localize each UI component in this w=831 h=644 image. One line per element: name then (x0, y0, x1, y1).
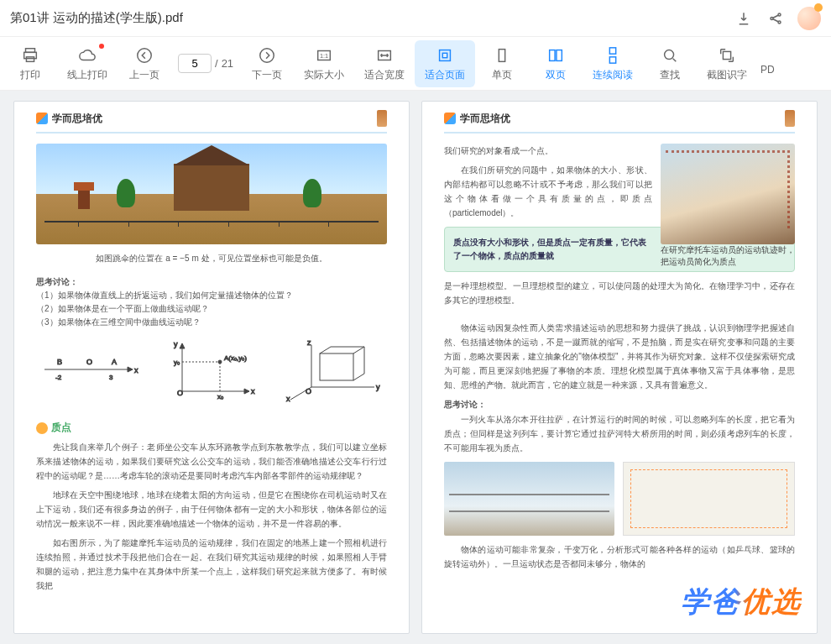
prev-page-button[interactable]: 上一页 (118, 40, 171, 87)
actual-size-button[interactable]: 1:1 实际大小 (294, 40, 354, 87)
next-page-label: 下一页 (252, 68, 282, 82)
brand-text: 学而思培优 (52, 112, 102, 126)
section-title: 质点 (36, 421, 71, 435)
brand: 学而思培优 (36, 112, 102, 126)
svg-line-45 (320, 347, 331, 353)
paragraph: 是一种理想模型。一旦理想模型的建立，可以使问题的处理大为简化。在物理学习中，还存… (444, 279, 795, 307)
motorcycle-image (661, 144, 795, 244)
single-page-icon (493, 45, 511, 65)
svg-text:A(x₀,y₀): A(x₀,y₀) (224, 354, 247, 362)
svg-point-1 (778, 13, 781, 16)
pd-label: PD (760, 64, 775, 76)
search-icon (661, 45, 679, 65)
svg-text:-2: -2 (55, 374, 62, 381)
ocr-button[interactable]: 截图识字 (697, 40, 757, 87)
notification-dot-icon (99, 44, 104, 49)
print-button[interactable]: 打印 (3, 40, 57, 87)
svg-marker-31 (180, 343, 185, 348)
online-print-label: 线上打印 (67, 68, 107, 82)
fit-page-label: 适合页面 (425, 68, 465, 82)
svg-text:y: y (376, 383, 380, 391)
corner-ornament-icon (377, 110, 387, 127)
chevron-right-circle-icon (258, 45, 276, 65)
svg-rect-16 (609, 47, 615, 53)
section-title-text: 质点 (51, 421, 71, 435)
svg-text:1:1: 1:1 (320, 51, 328, 59)
avatar[interactable] (797, 7, 821, 30)
find-button[interactable]: 查找 (643, 40, 697, 87)
svg-rect-5 (26, 56, 34, 61)
svg-text:x₀: x₀ (217, 393, 223, 401)
svg-line-47 (353, 374, 364, 380)
continuous-button[interactable]: 连续阅读 (583, 40, 643, 87)
actual-size-label: 实际大小 (304, 68, 344, 82)
download-icon[interactable] (734, 8, 754, 29)
bridge-image (444, 462, 614, 536)
brand: 学而思培优 (444, 112, 510, 126)
svg-rect-11 (440, 50, 451, 60)
fit-width-button[interactable]: 适合宽度 (354, 40, 415, 87)
share-icon[interactable] (766, 8, 786, 29)
ocr-label: 截图识字 (707, 68, 747, 82)
motorcycle-figure: 在研究摩托车运动员的运动轨迹时，把运动员简化为质点 (661, 144, 795, 268)
svg-text:O: O (86, 358, 92, 366)
svg-marker-21 (128, 367, 133, 372)
map-image (623, 462, 795, 536)
think-heading: 思考讨论： (36, 276, 387, 288)
pdf-tools-button[interactable]: PD (757, 47, 778, 81)
online-print-button[interactable]: 线上打印 (57, 40, 118, 87)
continuous-label: 连续阅读 (593, 68, 633, 82)
single-page-label: 单页 (492, 68, 512, 82)
svg-rect-17 (609, 56, 615, 62)
brand-logo-icon (36, 113, 48, 124)
svg-text:O: O (177, 389, 183, 397)
document-viewer[interactable]: 学而思培优 如图跳伞的位置在 a = −5 m 处，可见位置坐标也可能是负值。 … (0, 91, 831, 644)
page-header: 学而思培优 (36, 110, 387, 134)
svg-marker-30 (244, 389, 249, 394)
svg-rect-15 (557, 50, 562, 60)
paragraph: 一列火车从洛尔本开往拉萨，在计算运行的时间的时候，可以忽略列车的长度，把它看为质… (444, 412, 795, 455)
crop-icon (718, 45, 736, 65)
diagram-1d: BOAx-23 (40, 337, 141, 402)
svg-text:3: 3 (109, 374, 113, 381)
continuous-icon (604, 45, 622, 65)
page-total: 21 (222, 57, 233, 70)
brand-logo-icon (444, 113, 456, 124)
think-heading: 思考讨论： (444, 399, 795, 411)
svg-point-6 (138, 48, 152, 62)
svg-point-0 (771, 17, 773, 19)
svg-text:y: y (174, 340, 178, 348)
box-text: 质点没有大小和形状，但是质点一定有质量，它代表了一个物体，质点的质量就 (453, 238, 646, 260)
svg-text:y₀: y₀ (174, 359, 180, 366)
paragraph: 如右图所示，为了能建摩托车运动员的运动规律，我们在固定的地基上建一个照相机进行连… (36, 536, 387, 593)
page-sep: / (215, 57, 218, 70)
question-2: （2）如果物体是在一个平面上做曲线运动呢？ (36, 303, 387, 315)
printer-icon (21, 45, 39, 65)
fit-page-button[interactable]: 适合页面 (415, 40, 475, 87)
corner-ornament-icon (785, 110, 795, 127)
svg-text:x: x (134, 366, 138, 374)
svg-text:x: x (251, 387, 255, 395)
svg-line-46 (353, 347, 364, 353)
double-page-button[interactable]: 双页 (529, 40, 583, 87)
paragraph: 先让我自来举几个例子：老师坐公交车从东环路教学点到东教教学点，我们可以建立坐标系… (36, 440, 387, 483)
toolbar: 打印 线上打印 上一页 / 21 下一页 1:1 实际大小 适合宽度 适合页面 … (0, 37, 831, 91)
paragraph: 物体运动因复杂性而人类需求描述运动的思想和努力提供了挑战，认识到物理学把握述自然… (444, 321, 795, 392)
page-input[interactable] (178, 54, 212, 73)
brand-text: 学而思培优 (460, 112, 510, 126)
motorcycle-caption: 在研究摩托车运动员的运动轨迹时，把运动员简化为质点 (661, 244, 795, 268)
chevron-left-circle-icon (135, 45, 154, 65)
actual-size-icon: 1:1 (315, 45, 333, 65)
svg-point-2 (778, 21, 781, 24)
svg-rect-13 (499, 49, 504, 61)
print-label: 打印 (20, 68, 40, 82)
document-title: 第01讲 运动的描述(学生版).pdf (10, 10, 722, 26)
page-right: 学而思培优 在研究摩托车运动员的运动轨迹时，把运动员简化为质点 我们研究的对象看… (421, 101, 818, 634)
svg-rect-14 (550, 50, 555, 60)
find-label: 查找 (660, 68, 680, 82)
single-page-button[interactable]: 单页 (475, 40, 529, 87)
question-1: （1）如果物体做直线上的折返运动，我们如何定量描述物体的位置？ (36, 290, 387, 301)
paragraph: 地球在天空中围绕地球，地球在绕着太阳的方向运动，但是它在围绕你在司机运动时又在上… (36, 488, 387, 531)
bottom-figures (444, 462, 795, 536)
next-page-button[interactable]: 下一页 (240, 40, 294, 87)
